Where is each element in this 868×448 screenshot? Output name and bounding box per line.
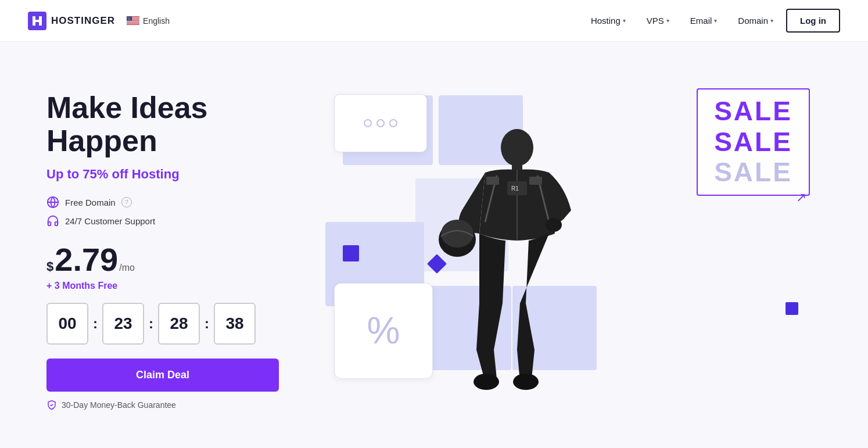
main-content: Make Ideas Happen Up to 75% off Hosting … bbox=[0, 42, 868, 448]
login-button[interactable]: Log in bbox=[786, 9, 840, 33]
claim-deal-button[interactable]: Claim Deal bbox=[46, 359, 279, 392]
browser-dot-1 bbox=[364, 119, 372, 127]
nav-domain[interactable]: Domain ▾ bbox=[730, 11, 781, 30]
browser-card bbox=[334, 94, 427, 152]
svg-rect-22 bbox=[486, 177, 499, 185]
headline: Make Ideas Happen bbox=[46, 91, 302, 157]
time-separator: : bbox=[205, 316, 209, 332]
browser-dot-2 bbox=[376, 119, 385, 127]
sale-card: SALE SALE SALE ↗ bbox=[697, 88, 810, 196]
info-icon[interactable]: ? bbox=[121, 197, 132, 207]
svg-text:R1: R1 bbox=[511, 185, 519, 192]
logo-text: HOSTINGER bbox=[51, 15, 115, 27]
language-selector[interactable]: ★★★ ★★ ★★★ English bbox=[127, 16, 170, 26]
percent-symbol: % bbox=[367, 312, 400, 349]
sale-word-1: SALE bbox=[714, 96, 792, 126]
chevron-down-icon: ▾ bbox=[770, 17, 773, 24]
countdown-timer: 00 : 23 : 28 : 38 bbox=[46, 303, 302, 345]
svg-rect-23 bbox=[529, 177, 542, 185]
browser-dot-3 bbox=[389, 119, 397, 127]
svg-point-17 bbox=[546, 218, 562, 232]
feature-domain: Free Domain ? bbox=[46, 196, 302, 209]
shield-icon bbox=[46, 400, 57, 410]
countdown-hours: 00 bbox=[46, 303, 88, 345]
svg-point-13 bbox=[501, 129, 533, 166]
globe-icon bbox=[46, 196, 59, 209]
bonus-text: + 3 Months Free bbox=[46, 281, 302, 291]
svg-rect-5 bbox=[127, 21, 139, 21]
person-illustration: R1 bbox=[415, 112, 613, 396]
person-svg: R1 bbox=[427, 117, 601, 396]
countdown-minutes: 23 bbox=[102, 303, 144, 345]
hero-left: Make Ideas Happen Up to 75% off Hosting … bbox=[46, 91, 325, 410]
hero-illustration: % SALE SALE SALE ↗ bbox=[325, 88, 822, 414]
countdown-seconds: 28 bbox=[158, 303, 200, 345]
nav-vps[interactable]: VPS ▾ bbox=[639, 11, 677, 30]
guarantee-text: 30-Day Money-Back Guarantee bbox=[46, 400, 302, 410]
language-label: English bbox=[143, 16, 170, 26]
price-block: $ 2.79 /mo bbox=[46, 243, 302, 276]
svg-point-19 bbox=[513, 374, 539, 390]
countdown-centiseconds: 38 bbox=[214, 303, 256, 345]
deco-small-square-3 bbox=[785, 302, 798, 315]
time-separator: : bbox=[93, 316, 98, 332]
cursor-icon: ↗ bbox=[796, 190, 806, 205]
sale-word-2: SALE bbox=[714, 127, 792, 157]
svg-point-18 bbox=[474, 374, 499, 390]
svg-rect-6 bbox=[127, 22, 139, 23]
svg-rect-7 bbox=[127, 24, 139, 24]
chevron-down-icon: ▾ bbox=[714, 17, 717, 24]
logo-link[interactable]: HOSTINGER bbox=[28, 12, 115, 30]
time-separator: : bbox=[149, 316, 153, 332]
subheadline: Up to 75% off Hosting bbox=[46, 167, 302, 182]
logo-icon bbox=[28, 12, 46, 30]
nav-left: HOSTINGER ★★★ ★★ ★★★ English bbox=[28, 12, 170, 30]
nav-email[interactable]: Email ▾ bbox=[682, 11, 726, 30]
sale-word-3: SALE bbox=[714, 157, 792, 187]
navbar: HOSTINGER ★★★ ★★ ★★★ English bbox=[0, 0, 868, 42]
feature-support: 24/7 Customer Support bbox=[46, 214, 302, 227]
discount-text: 75% bbox=[83, 167, 108, 181]
chevron-down-icon: ▾ bbox=[623, 17, 626, 24]
chevron-down-icon: ▾ bbox=[666, 17, 669, 24]
headset-icon bbox=[46, 214, 59, 227]
deco-small-square-1 bbox=[343, 245, 359, 261]
browser-dots bbox=[364, 119, 397, 127]
flag-icon: ★★★ ★★ ★★★ bbox=[127, 16, 139, 25]
nav-right: Hosting ▾ VPS ▾ Email ▾ Domain ▾ Log in bbox=[583, 9, 840, 33]
nav-hosting[interactable]: Hosting ▾ bbox=[583, 11, 634, 30]
features-list: Free Domain ? 24/7 Customer Support bbox=[46, 196, 302, 227]
